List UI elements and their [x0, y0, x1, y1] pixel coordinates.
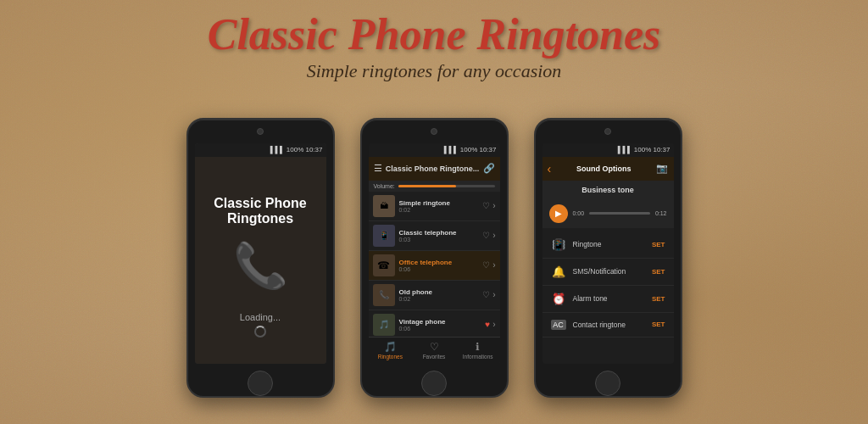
volume-label: Volume: [374, 183, 395, 189]
name-1: Simple ringtone [399, 199, 479, 207]
phone-1-home-button[interactable] [248, 371, 273, 396]
sound-header: ‹ Sound Options 📷 [542, 157, 674, 181]
chevron-3[interactable]: › [492, 260, 495, 270]
phone-2-screen: ▌▌▌ 100% 10:37 ☰ Classic Phone Ringtone.… [369, 143, 500, 364]
play-button[interactable]: ▶ [549, 204, 568, 223]
option-sms[interactable]: 🔔 SMS/Notification SET [542, 259, 674, 286]
favorites-icon: ♡ [430, 341, 439, 353]
sms-set-button[interactable]: SET [652, 268, 665, 276]
time-start: 0:00 [573, 210, 585, 216]
app-header-2: ☰ Classic Phone Ringtone... 🔗 [369, 157, 500, 181]
sms-option-icon: 🔔 [551, 265, 566, 278]
thumb-4: 📞 [373, 284, 395, 306]
actions-3: ♡ › [482, 260, 495, 270]
camera-icon[interactable]: 📷 [656, 163, 668, 174]
contact-option-icon: AC [551, 320, 566, 330]
volume-track[interactable] [398, 185, 495, 187]
loading-spinner [254, 326, 266, 338]
phone-3-home-button[interactable] [595, 371, 620, 396]
options-list: 📳 Ringtone SET 🔔 SMS/Notification SET ⏰ … [542, 228, 674, 364]
time-end: 0:12 [655, 210, 667, 216]
chevron-5[interactable]: › [492, 320, 495, 329]
option-alarm[interactable]: ⏰ Alarm tone SET [542, 286, 674, 313]
heart-btn-5[interactable]: ♥ [485, 320, 490, 329]
chevron-4[interactable]: › [492, 290, 495, 299]
name-5: Vintage phone [399, 318, 481, 326]
phone-1: ▌▌▌ 100% 10:37 Classic PhoneRingtones 📞 … [186, 118, 335, 398]
chevron-2[interactable]: › [492, 231, 495, 240]
list-item[interactable]: 📞 Old phone 0:02 ♡ › [369, 281, 500, 310]
phone2-main: ▌▌▌ 100% 10:37 ☰ Classic Phone Ringtone.… [369, 143, 500, 364]
dur-2: 0:03 [399, 237, 479, 243]
contact-set-button[interactable]: SET [652, 321, 665, 328]
chevron-1[interactable]: › [492, 201, 495, 210]
back-button[interactable]: ‹ [548, 162, 552, 176]
progress-track[interactable] [589, 212, 650, 215]
list-item[interactable]: ☎ Office telephone 0:06 ♡ › [369, 251, 500, 281]
phone1-main: Classic PhoneRingtones 📞 Loading... [195, 157, 326, 364]
dur-5: 0:06 [399, 326, 481, 332]
ringtone-set-button[interactable]: SET [652, 241, 665, 248]
sms-option-label: SMS/Notification [573, 267, 645, 276]
sound-options-title: Sound Options [576, 165, 632, 173]
alarm-option-icon: ⏰ [551, 293, 566, 305]
heart-btn-4[interactable]: ♡ [482, 290, 490, 299]
heart-btn-2[interactable]: ♡ [482, 231, 490, 240]
info-3: Office telephone 0:06 [399, 259, 479, 272]
status-bar-1: ▌▌▌ 100% 10:37 [195, 143, 326, 157]
app-header-title: Classic Phone Ringtone... [386, 165, 480, 173]
list-item[interactable]: 🎵 Vintage phone 0:06 ♥ › [369, 310, 500, 337]
phones-row: ▌▌▌ 100% 10:37 Classic PhoneRingtones 📞 … [186, 91, 682, 424]
nav-info[interactable]: ℹ Informations [456, 338, 500, 364]
track-name: Business tone [542, 181, 674, 199]
battery-text-2: 100% 10:37 [460, 146, 497, 153]
nav-ringtones[interactable]: 🎵 Ringtones [369, 338, 413, 364]
signal-icon-3: ▌▌▌ [618, 146, 632, 153]
list-item[interactable]: 📱 Classic telephone 0:03 ♡ › [369, 221, 500, 251]
alarm-option-label: Alarm tone [573, 294, 645, 303]
page-container: Classic Phone Ringtones Simple ringtones… [0, 0, 868, 424]
signal-icon-2: ▌▌▌ [444, 146, 459, 153]
name-3: Office telephone [399, 259, 479, 266]
status-bar-3: ▌▌▌ 100% 10:37 [542, 143, 674, 157]
nav-favorites-label: Favorites [423, 354, 446, 360]
heart-btn-3[interactable]: ♡ [482, 260, 490, 270]
contact-option-label: Contact ringtone [573, 321, 645, 329]
phone1-app-name: Classic PhoneRingtones [214, 196, 306, 226]
nav-ringtones-label: Ringtones [378, 354, 403, 360]
ringtone-list: 🏔 Simple ringtone 0:02 ♡ › 📱 [369, 192, 500, 337]
name-4: Old phone [399, 288, 479, 296]
phone3-main: ▌▌▌ 100% 10:37 ‹ Sound Options 📷 Busines… [542, 143, 674, 364]
thumb-5: 🎵 [373, 314, 395, 336]
nav-favorites[interactable]: ♡ Favorites [412, 338, 456, 364]
list-item[interactable]: 🏔 Simple ringtone 0:02 ♡ › [369, 192, 500, 221]
thumb-3: ☎ [373, 254, 395, 276]
loading-text: Loading... [240, 312, 281, 322]
phone-2-home-button[interactable] [421, 371, 447, 396]
volume-fill [398, 185, 456, 187]
option-contact[interactable]: AC Contact ringtone SET [542, 313, 674, 338]
bottom-nav: 🎵 Ringtones ♡ Favorites ℹ Informations [369, 337, 500, 364]
alarm-set-button[interactable]: SET [652, 295, 665, 303]
menu-icon[interactable]: ☰ [374, 163, 382, 174]
phone-orange-icon: 📞 [233, 240, 288, 292]
share-icon[interactable]: 🔗 [483, 163, 495, 174]
subtitle: Simple ringtones for any occasion [208, 60, 661, 82]
option-ringtone[interactable]: 📳 Ringtone SET [542, 232, 674, 259]
nav-info-label: Informations [463, 354, 493, 360]
battery-text-3: 100% 10:37 [634, 146, 670, 153]
thumb-2: 📱 [373, 225, 395, 247]
info-1: Simple ringtone 0:02 [399, 199, 479, 213]
actions-5: ♥ › [485, 320, 495, 329]
phone-2: ▌▌▌ 100% 10:37 ☰ Classic Phone Ringtone.… [360, 118, 509, 398]
phone-1-screen: ▌▌▌ 100% 10:37 Classic PhoneRingtones 📞 … [195, 143, 326, 364]
name-2: Classic telephone [399, 229, 479, 237]
heart-btn-1[interactable]: ♡ [482, 201, 490, 210]
ringtone-option-label: Ringtone [573, 240, 645, 248]
dur-1: 0:02 [399, 207, 479, 213]
info-4: Old phone 0:02 [399, 288, 479, 302]
volume-bar: Volume: [369, 181, 500, 192]
actions-2: ♡ › [482, 231, 495, 240]
dur-3: 0:06 [399, 266, 479, 272]
ringtones-icon: 🎵 [384, 341, 397, 353]
